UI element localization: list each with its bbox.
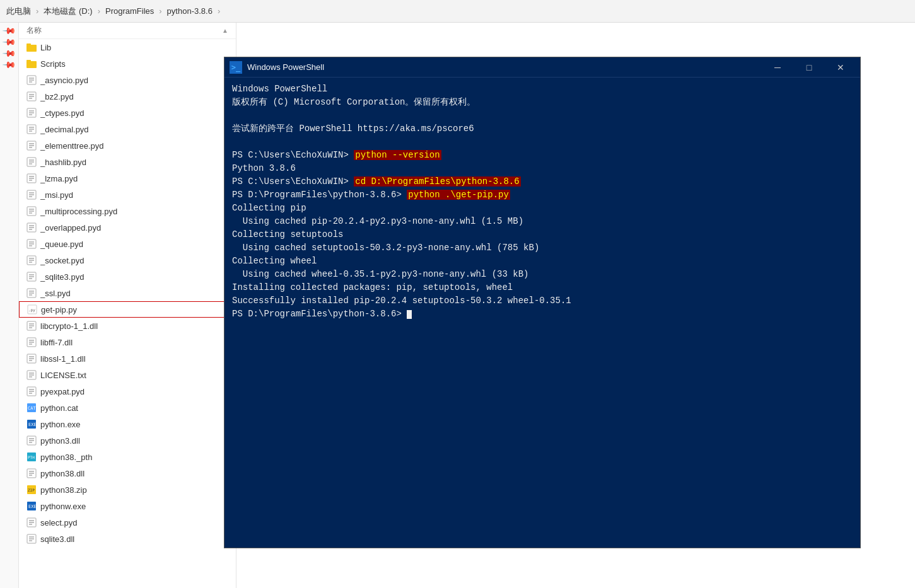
file-name: _overlapped.pyd [40, 223, 101, 233]
file-item[interactable]: _sqlite3.pyd [19, 268, 236, 285]
file-item[interactable]: _ctypes.pyd [19, 105, 236, 121]
ps-line [232, 109, 853, 122]
file-item[interactable]: libffi-7.dll [19, 334, 236, 350]
ps-line: 尝试新的跨平台 PowerShell https://aka.ms/pscore… [232, 122, 853, 135]
ps-maximize-button[interactable]: □ [795, 57, 824, 78]
svg-text:PTH: PTH [28, 455, 35, 459]
svg-text:ZIP: ZIP [28, 488, 35, 492]
ps-close-button[interactable]: ✕ [826, 57, 855, 78]
file-name: _queue.pyd [40, 239, 83, 249]
file-item[interactable]: LICENSE.txt [19, 367, 236, 383]
file-name: _elementtree.pyd [40, 141, 103, 151]
file-item[interactable]: EXEpythonw.exe [19, 498, 236, 514]
file-icon-file [26, 255, 37, 265]
file-name: _decimal.pyd [40, 125, 89, 134]
sep1: › [36, 6, 38, 16]
file-item[interactable]: EXEpython.exe [19, 416, 236, 432]
breadcrumb-python[interactable]: python-3.8.6 [167, 6, 213, 16]
ps-line: PS C:\Users\EchoXuWIN> cd D:\ProgramFile… [232, 175, 853, 188]
file-icon-file [26, 354, 37, 364]
file-icon-file [26, 468, 37, 478]
ps-content[interactable]: Windows PowerShell版权所有 (C) Microsoft Cor… [224, 78, 860, 548]
sep2: › [98, 6, 100, 16]
file-name: python.cat [40, 403, 78, 413]
file-name: sqlite3.dll [40, 534, 74, 544]
breadcrumb-drive[interactable]: 本地磁盘 (D:) [44, 6, 92, 17]
file-name: _asyncio.pyd [40, 76, 88, 85]
file-name: pythonw.exe [40, 502, 86, 511]
file-item[interactable]: ZIPpython38.zip [19, 481, 236, 498]
file-item[interactable]: .pyget-pip.py [19, 301, 236, 318]
svg-rect-3 [26, 60, 31, 62]
ps-highlighted-cmd: python --version [354, 150, 441, 160]
file-icon-file [26, 206, 37, 216]
file-item[interactable]: select.pyd [19, 514, 236, 531]
file-icon-file [26, 108, 37, 118]
file-icon-file [26, 370, 37, 380]
svg-text:EXE: EXE [28, 504, 37, 509]
file-icon-pth: PTH [26, 452, 37, 462]
ps-titlebar: >_ Windows PowerShell ─ □ ✕ [224, 57, 860, 78]
file-item[interactable]: libcrypto-1_1.dll [19, 318, 236, 334]
ps-line: 版权所有 (C) Microsoft Corporation。保留所有权利。 [232, 96, 853, 109]
ps-line: Collecting pip [232, 202, 853, 215]
file-icon-cat: CAT [26, 403, 37, 413]
file-name: _sqlite3.pyd [40, 272, 84, 282]
file-name: _msi.pyd [40, 190, 73, 200]
ps-line: Installing collected packages: pip, setu… [232, 281, 853, 294]
file-icon-py: .py [27, 304, 37, 314]
pin-icon-4[interactable]: 📌 [3, 57, 16, 71]
file-item[interactable]: Lib [19, 39, 236, 55]
file-item[interactable]: _decimal.pyd [19, 121, 236, 137]
file-name: _bz2.pyd [40, 92, 74, 101]
quick-access-sidebar: 📌 📌 📌 📌 [0, 23, 19, 588]
file-item[interactable]: python38.dll [19, 465, 236, 481]
ps-window-icon: >_ [230, 61, 242, 74]
file-item[interactable]: _lzma.pyd [19, 170, 236, 187]
file-icon-file [26, 157, 37, 167]
file-list-panel: 名称 ▲ LibScripts_asyncio.pyd_bz2.pyd_ctyp… [19, 23, 236, 588]
file-item[interactable]: _asyncio.pyd [19, 72, 236, 88]
file-name: pyexpat.pyd [40, 387, 85, 396]
file-item[interactable]: CATpython.cat [19, 400, 236, 416]
breadcrumb-pc[interactable]: 此电脑 [6, 6, 31, 17]
file-item[interactable]: _queue.pyd [19, 236, 236, 252]
file-item[interactable]: _socket.pyd [19, 252, 236, 268]
ps-highlighted-cmd3: python .\get-pip.py [407, 190, 510, 200]
ps-minimize-button[interactable]: ─ [763, 57, 792, 78]
file-item[interactable]: libssl-1_1.dll [19, 350, 236, 367]
file-icon-file [26, 190, 37, 200]
file-item[interactable]: python3.dll [19, 432, 236, 449]
file-item[interactable]: Scripts [19, 55, 236, 72]
file-name: get-pip.py [41, 305, 77, 314]
file-item[interactable]: _bz2.pyd [19, 88, 236, 105]
sep4: › [218, 6, 220, 16]
file-icon-zip: ZIP [26, 485, 37, 495]
svg-text:CAT: CAT [28, 406, 36, 411]
ps-title: Windows PowerShell [247, 62, 763, 72]
ps-line: Using cached setuptools-50.3.2-py3-none-… [232, 241, 853, 255]
file-icon-file [26, 321, 37, 331]
file-item[interactable]: sqlite3.dll [19, 531, 236, 547]
file-item[interactable]: _multiprocessing.pyd [19, 203, 236, 219]
file-item[interactable]: _overlapped.pyd [19, 219, 236, 236]
svg-text:EXE: EXE [28, 422, 37, 427]
file-item[interactable]: _ssl.pyd [19, 285, 236, 301]
ps-line: Collecting wheel [232, 255, 853, 268]
breadcrumb-programfiles[interactable]: ProgramFiles [105, 6, 154, 16]
ps-line: PS D:\ProgramFiles\python-3.8.6> python … [232, 188, 853, 202]
file-item[interactable]: PTHpython38._pth [19, 449, 236, 465]
file-name: python3.dll [40, 436, 80, 446]
column-sort-arrow[interactable]: ▲ [222, 27, 228, 34]
explorer-topbar: 此电脑 › 本地磁盘 (D:) › ProgramFiles › python-… [0, 0, 915, 23]
file-icon-file [26, 239, 37, 249]
file-item[interactable]: _hashlib.pyd [19, 154, 236, 170]
file-icon-folder [26, 42, 37, 52]
file-item[interactable]: _elementtree.pyd [19, 137, 236, 154]
ps-line: Successfully installed pip-20.2.4 setupt… [232, 294, 853, 308]
file-item[interactable]: pyexpat.pyd [19, 383, 236, 400]
ps-line: Windows PowerShell [232, 83, 853, 96]
file-name: python38.dll [40, 469, 85, 478]
svg-rect-0 [26, 45, 37, 52]
file-item[interactable]: _msi.pyd [19, 187, 236, 203]
